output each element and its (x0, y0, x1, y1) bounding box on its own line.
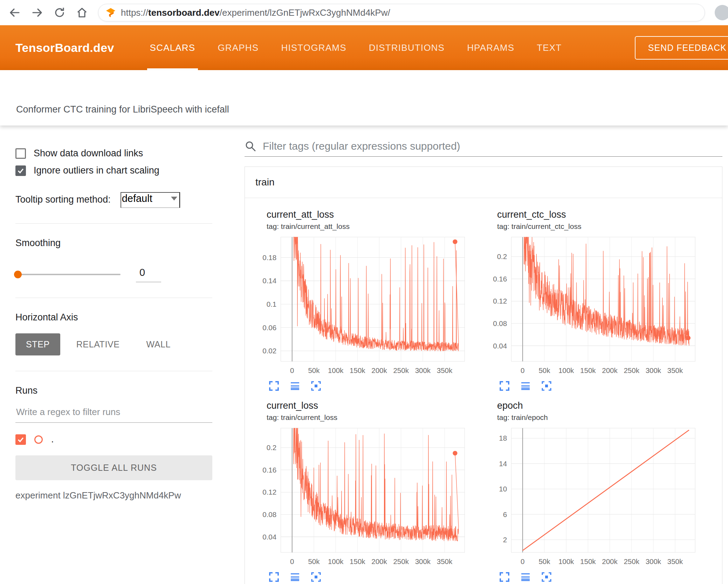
toggle-all-runs-button[interactable]: TOGGLE ALL RUNS (15, 455, 212, 480)
run-checkbox[interactable] (15, 434, 26, 445)
axis-relative-button[interactable]: RELATIVE (66, 333, 130, 355)
expand-chart-button[interactable] (499, 380, 510, 392)
chart-toolbar (268, 571, 477, 583)
tab-histograms[interactable]: HISTOGRAMS (270, 25, 357, 70)
divider (15, 371, 212, 371)
tooltip-sorting-select[interactable]: default (121, 192, 180, 208)
current-ctc-loss-chart[interactable]: 050k100k150k200k250k300k350k0.040.080.12… (483, 233, 699, 377)
svg-text:18: 18 (499, 434, 507, 442)
chart-title: current_ctc_loss (497, 209, 707, 220)
tab-text[interactable]: TEXT (526, 25, 573, 70)
checkmark-icon (17, 436, 25, 443)
log-scale-button[interactable] (520, 571, 531, 583)
send-feedback-button[interactable]: SEND FEEDBACK (635, 36, 728, 60)
chart-block-current-loss: current_loss tag: train/current_loss 050… (253, 400, 477, 583)
chart-block-current-att-loss: current_att_loss tag: train/current_att_… (253, 209, 477, 392)
svg-text:150k: 150k (580, 557, 596, 565)
svg-text:0.2: 0.2 (497, 252, 507, 260)
fit-domain-button[interactable] (541, 380, 552, 392)
svg-text:50k: 50k (308, 366, 320, 374)
svg-text:350k: 350k (437, 557, 453, 565)
log-scale-button[interactable] (520, 380, 531, 392)
axis-step-button[interactable]: STEP (15, 333, 60, 355)
chart-title: current_loss (267, 400, 477, 411)
divider (15, 298, 212, 298)
refresh-button[interactable] (53, 6, 66, 19)
svg-text:150k: 150k (580, 366, 596, 374)
svg-text:0.08: 0.08 (493, 319, 507, 327)
avatar[interactable] (715, 5, 728, 20)
svg-text:300k: 300k (415, 366, 431, 374)
expand-chart-button[interactable] (268, 571, 280, 583)
url-bar[interactable]: https://tensorboard.dev/experiment/lzGnE… (98, 4, 705, 21)
log-scale-icon (520, 380, 531, 392)
show-download-checkbox[interactable] (15, 148, 26, 159)
url-text: https://tensorboard.dev/experiment/lzGnE… (121, 7, 390, 18)
svg-text:0: 0 (521, 366, 524, 374)
forward-button[interactable] (31, 6, 43, 19)
current-loss-chart[interactable]: 050k100k150k200k250k300k350k0.040.080.12… (253, 425, 468, 568)
fit-domain-icon (310, 571, 322, 583)
svg-text:150k: 150k (350, 366, 365, 374)
log-scale-icon (520, 571, 531, 583)
svg-text:0.16: 0.16 (262, 466, 276, 474)
refresh-icon (53, 6, 66, 19)
run-color-swatch[interactable] (34, 435, 43, 444)
chart-tag: tag: train/current_att_loss (267, 222, 477, 231)
expand-chart-button[interactable] (268, 380, 280, 392)
runs-filter-input[interactable] (15, 407, 212, 423)
home-button[interactable] (76, 6, 88, 19)
tab-distributions[interactable]: DISTRIBUTIONS (358, 25, 456, 70)
smoothing-value[interactable]: 0 (136, 267, 161, 282)
fit-domain-icon (310, 380, 322, 392)
chart-block-current-ctc-loss: current_ctc_loss tag: train/current_ctc_… (483, 209, 707, 392)
svg-text:0.04: 0.04 (493, 342, 507, 350)
ignore-outliers-label: Ignore outliers in chart scaling (34, 165, 159, 176)
svg-text:300k: 300k (646, 366, 661, 374)
log-scale-button[interactable] (289, 380, 301, 392)
train-group-card: train current_att_loss tag: train/curren… (245, 167, 722, 584)
fit-domain-button[interactable] (310, 380, 322, 392)
tag-filter-row (245, 140, 722, 157)
svg-text:100k: 100k (558, 557, 574, 565)
horizontal-axis-buttons: STEP RELATIVE WALL (15, 333, 212, 355)
chart-tag: tag: train/current_loss (267, 413, 477, 422)
forward-icon (31, 6, 43, 19)
search-icon (245, 140, 256, 152)
svg-text:0.12: 0.12 (262, 488, 276, 496)
checkmark-icon (17, 167, 25, 175)
run-row: . (15, 434, 212, 445)
smoothing-slider[interactable] (15, 274, 121, 275)
svg-text:250k: 250k (624, 557, 639, 565)
svg-text:0.16: 0.16 (493, 275, 507, 283)
svg-text:50k: 50k (538, 366, 550, 374)
log-scale-icon (289, 380, 301, 392)
svg-text:100k: 100k (328, 366, 344, 374)
current-att-loss-chart[interactable]: 050k100k150k200k250k300k350k0.020.060.10… (253, 233, 468, 377)
tab-graphs[interactable]: GRAPHS (206, 25, 270, 70)
fit-domain-button[interactable] (541, 571, 552, 583)
url-path: /experiment/lzGnETjwRxC3yghNMd4kPw/ (220, 7, 390, 18)
tab-scalars[interactable]: SCALARS (139, 25, 207, 70)
tab-hparams[interactable]: HPARAMS (456, 25, 526, 70)
group-title[interactable]: train (245, 167, 722, 198)
svg-text:10: 10 (499, 485, 507, 493)
expand-chart-button[interactable] (499, 571, 510, 583)
fit-domain-button[interactable] (310, 571, 322, 583)
app-header: TensorBoard.dev SCALARS GRAPHS HISTOGRAM… (0, 25, 728, 70)
tag-filter-input[interactable] (263, 140, 722, 152)
log-scale-button[interactable] (289, 571, 301, 583)
svg-text:0.12: 0.12 (493, 297, 507, 305)
back-button[interactable] (8, 6, 21, 19)
smoothing-slider-thumb[interactable] (14, 271, 22, 278)
svg-text:100k: 100k (328, 557, 344, 565)
svg-text:150k: 150k (350, 557, 365, 565)
divider (15, 223, 212, 224)
epoch-chart[interactable]: 050k100k150k200k250k300k350k26101418 (483, 425, 699, 568)
dropdown-caret-icon (171, 197, 177, 201)
fit-domain-icon (541, 380, 552, 392)
chart-block-epoch: epoch tag: train/epoch 050k100k150k200k2… (483, 400, 707, 583)
main-nav: SCALARS GRAPHS HISTOGRAMS DISTRIBUTIONS … (139, 25, 573, 70)
axis-wall-button[interactable]: WALL (136, 333, 181, 355)
ignore-outliers-checkbox[interactable] (15, 165, 26, 176)
